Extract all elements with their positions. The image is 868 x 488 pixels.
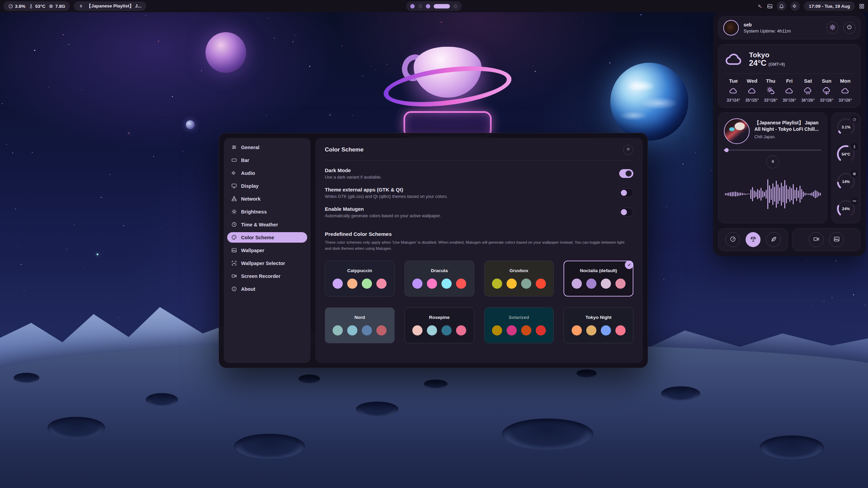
setting-description: Writes GTK (gtk.css) and Qt (qt6ct) them… [325, 194, 448, 199]
scheme-card-gruvbox[interactable]: Gruvbox [484, 261, 554, 297]
color-swatch [521, 279, 531, 289]
clock-pill[interactable]: 17:09 - Tue, 19 Aug [804, 1, 855, 11]
album-art [724, 118, 750, 144]
system-stats-pill[interactable]: 3.8% 53°C 7.8G [3, 1, 70, 11]
sidebar-item-about[interactable]: About [227, 284, 307, 294]
settings-button[interactable] [826, 22, 839, 34]
info-icon [231, 286, 237, 292]
display-icon [231, 183, 237, 189]
forecast-day-tue: Tue33°/24° [725, 78, 742, 103]
sidebar-item-time-weather[interactable]: Time & Weather [227, 219, 307, 230]
scheme-card-nord[interactable]: Nord [325, 307, 395, 343]
wallpaper-button[interactable] [829, 232, 844, 247]
page-title: Color Scheme [325, 146, 363, 153]
sidebar-item-general[interactable]: General [227, 142, 307, 152]
user-card: seb System Uptime: 4h11m [718, 16, 861, 39]
workspace-dot-3[interactable] [426, 4, 430, 8]
toggle-theme-external-apps-gtk-qt[interactable] [619, 188, 633, 197]
scheme-swatches [412, 325, 466, 336]
schemes-section-title: Predefined Color Schemes [325, 231, 633, 237]
visualizer-bar [735, 191, 736, 197]
settings-sidebar: GeneralBarAudioDisplayNetworkBrightnessT… [224, 138, 311, 363]
scheme-card-rosepine[interactable]: Rosepine [405, 307, 474, 343]
progress-handle[interactable] [725, 148, 729, 152]
power-button[interactable] [843, 22, 855, 34]
scheme-card-tokyo-night[interactable]: Tokyo Night [564, 307, 633, 343]
sidebar-item-color-scheme[interactable]: Color Scheme [227, 232, 307, 243]
sidebar-item-screen-recorder[interactable]: Screen Recorder [227, 271, 307, 281]
visualizer-bar [798, 190, 799, 198]
tray-app-icon[interactable] [757, 3, 763, 9]
sidebar-item-brightness[interactable]: Brightness [227, 206, 307, 217]
scheme-card-catppuccin[interactable]: Catppuccin [325, 261, 395, 297]
toggle-dark-mode[interactable] [619, 169, 633, 178]
forecast-day-thu: Thu33°/26° [762, 78, 780, 103]
scheme-name: Dracula [431, 268, 448, 273]
color-swatch [456, 279, 466, 289]
sidebar-item-wallpaper-selector[interactable]: Wallpaper Selector [227, 258, 307, 268]
powersaver-profile-button[interactable] [766, 232, 781, 247]
color-swatch [362, 325, 372, 336]
volume-icon[interactable] [790, 1, 800, 11]
pause-button[interactable] [766, 156, 779, 168]
forecast-day-label: Thu [766, 78, 775, 84]
video-icon [813, 236, 820, 244]
forecast-day-label: Sun [822, 78, 831, 84]
setting-description: Use a dark variant if available. [325, 175, 381, 180]
sidebar-item-label: Screen Recorder [241, 273, 280, 279]
clock-icon [231, 222, 237, 227]
scheme-card-dracula[interactable]: Dracula [405, 261, 474, 297]
wallpaper-tray-icon[interactable] [767, 3, 773, 9]
media-pill[interactable]: 【Japanese Playlist】 J... [74, 1, 146, 11]
sidebar-item-display[interactable]: Display [227, 181, 307, 191]
control-panel: seb System Uptime: 4h11m Tokyo 24°C(GMT+… [713, 11, 866, 256]
scheme-card-solarized[interactable]: Solarized [484, 307, 554, 343]
color-swatch [507, 279, 517, 289]
sidebar-item-label: Bar [241, 158, 249, 163]
small-moon [186, 120, 195, 129]
workspace-dot-5[interactable] [453, 4, 458, 8]
temperature-value: 53°C [35, 4, 45, 9]
workspace-indicator[interactable] [406, 1, 462, 11]
pause-icon [79, 4, 83, 8]
screen-recorder-button[interactable] [809, 232, 824, 247]
memory-value: 7.8G [55, 4, 65, 9]
color-swatch [586, 325, 596, 336]
divider [325, 160, 633, 161]
visualizer-bar [813, 191, 814, 197]
scheme-swatches [333, 325, 387, 336]
cloud-icon [841, 86, 850, 95]
scheme-swatches [492, 325, 546, 336]
visualizer-bar [733, 192, 734, 196]
workspace-dot-2[interactable] [418, 4, 422, 8]
visualizer-bar [745, 194, 746, 195]
scheme-name: Nord [354, 315, 365, 320]
toggle-enable-matugen[interactable] [619, 208, 633, 217]
scales-icon [750, 236, 756, 244]
notifications-bell-icon[interactable] [777, 1, 786, 11]
color-swatch [347, 279, 357, 289]
color-swatch [492, 325, 502, 336]
balanced-profile-button[interactable] [746, 232, 761, 247]
sidebar-item-wallpaper[interactable]: Wallpaper [227, 245, 307, 256]
sidebar-item-audio[interactable]: Audio [227, 168, 307, 178]
chip-icon [851, 170, 858, 178]
forecast-day-wed: Wed35°/25° [743, 78, 761, 103]
visualizer-bar [793, 184, 794, 204]
color-swatch [615, 279, 626, 289]
app-launcher-icon[interactable] [859, 3, 865, 9]
palette-icon [231, 235, 237, 240]
media-progress-bar[interactable] [724, 149, 822, 151]
visualizer-bar [772, 183, 773, 205]
sidebar-item-network[interactable]: Network [227, 194, 307, 204]
cloud-icon [729, 86, 738, 95]
close-button[interactable] [623, 145, 633, 155]
visualizer-bar [779, 187, 780, 201]
scheme-card-noctalia-default[interactable]: Noctalia (default) [564, 261, 633, 297]
performance-profile-button[interactable] [725, 232, 740, 247]
forecast-day-sun: Sun33°/26° [818, 78, 835, 103]
workspace-dot-1[interactable] [410, 4, 415, 8]
workspace-dot-4[interactable] [434, 4, 450, 8]
scheme-swatches [333, 279, 387, 289]
sidebar-item-bar[interactable]: Bar [227, 155, 307, 165]
